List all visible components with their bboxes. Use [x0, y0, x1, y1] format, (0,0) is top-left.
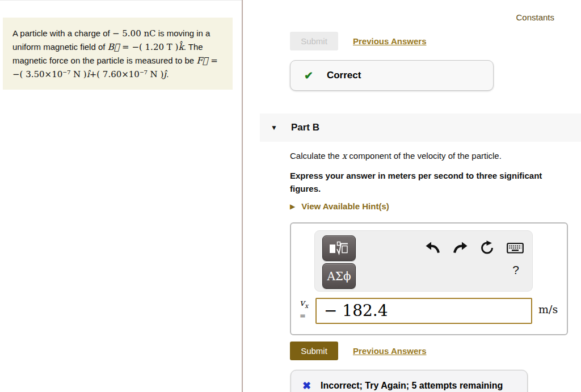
toolbar-actions — [426, 241, 524, 255]
variable-x: x — [342, 151, 347, 161]
incorrect-x-icon: ✖ — [302, 381, 311, 391]
answer-entry-box: ΑΣϕ — [290, 222, 568, 335]
greek-letters-label: ΑΣϕ — [327, 269, 351, 283]
constants-link[interactable]: Constants — [516, 12, 554, 22]
undo-icon — [426, 242, 440, 254]
help-button[interactable]: ? — [512, 263, 519, 277]
problem-statement: A particle with a charge of − 5.00 nC is… — [3, 18, 233, 90]
part-b-header[interactable]: ▼ Part B — [260, 113, 581, 142]
greek-letters-button[interactable]: ΑΣϕ — [322, 263, 356, 289]
answer-variable-label: vx = — [300, 298, 308, 320]
equation-toolbar: ΑΣϕ — [314, 230, 533, 292]
correct-feedback-box: ✔ Correct — [290, 60, 494, 91]
view-hints-toggle[interactable]: ▶ View Available Hint(s) — [290, 201, 389, 211]
submit-button-disabled: Submit — [290, 32, 338, 50]
view-hints-label: View Available Hint(s) — [301, 201, 389, 211]
correct-label: Correct — [327, 70, 361, 81]
part-b-title: Part B — [291, 122, 319, 133]
answer-instruction: Express your answer in meters per second… — [290, 169, 574, 195]
collapse-triangle-icon[interactable]: ▼ — [271, 124, 277, 132]
previous-answers-link[interactable]: Previous Answers — [353, 346, 427, 356]
problem-text: A particle with a charge of — [12, 28, 112, 38]
mastering-physics-page: A particle with a charge of − 5.00 nC is… — [0, 0, 581, 392]
f-vector-symbol: F⃗ — [196, 56, 208, 66]
question-panel: Constants Submit Previous Answers ✔ Corr… — [242, 0, 581, 392]
checkmark-icon: ✔ — [304, 69, 313, 82]
math-templates-icon — [329, 241, 350, 256]
hint-triangle-icon: ▶ — [290, 203, 295, 210]
answer-input[interactable] — [315, 298, 532, 324]
charge-value: − 5.00 nC — [112, 28, 156, 39]
k-hat-symbol: k̂ — [178, 42, 183, 52]
submit-button[interactable]: Submit — [290, 342, 338, 360]
undo-button[interactable] — [426, 242, 440, 254]
problem-statement-panel: A particle with a charge of − 5.00 nC is… — [0, 0, 242, 392]
reset-button[interactable] — [480, 241, 494, 255]
b-vector-symbol: B⃗ — [108, 42, 120, 52]
problem-text: . — [166, 69, 169, 79]
incorrect-feedback-label: Incorrect; Try Again; 5 attempts remaini… — [321, 381, 503, 391]
previous-answers-link[interactable]: Previous Answers — [353, 36, 427, 46]
b-field-value: = −( 1.20 T ) — [119, 42, 178, 52]
incorrect-feedback-box: ✖ Incorrect; Try Again; 5 attempts remai… — [290, 370, 528, 392]
keyboard-icon — [507, 242, 524, 254]
redo-icon — [453, 242, 468, 254]
math-templates-button[interactable] — [322, 235, 356, 261]
redo-button[interactable] — [453, 242, 468, 254]
reset-icon — [480, 241, 494, 255]
keyboard-button[interactable] — [507, 242, 524, 254]
variable-subscript: x — [305, 302, 308, 310]
question-text: Calculate the x component of the velocit… — [290, 151, 502, 161]
unit-label: m/s — [538, 303, 558, 315]
equals-sign: = — [300, 311, 308, 320]
force-y-value: +( 7.60×10⁻⁷ N ) — [90, 69, 164, 79]
